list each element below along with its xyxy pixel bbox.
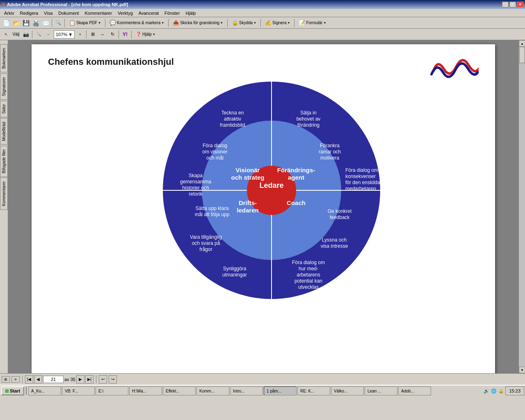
menu-dokument[interactable]: Dokument [56,10,81,16]
send-review-button[interactable]: 📤 Skicka för granskning ▼ [170,18,226,27]
pdf-page: Chefens kommunikationshjul [32,44,495,373]
taskbar-re-k[interactable]: RE: K... [297,386,330,395]
create-pdf-arrow: ▼ [98,21,101,24]
svg-text:attraktiv: attraktiv [224,116,241,122]
toolbar-separator-4 [168,19,169,27]
forms-button[interactable]: 📝 Formulär ▼ [296,18,329,27]
next-page-button[interactable]: ▶ [76,375,84,383]
tab-bifogade[interactable]: Bifogade filer [0,146,8,177]
zoom-minus[interactable]: − [44,30,53,39]
scroll-thumb[interactable] [519,47,525,63]
toolbar-2: ↖ Välj 📷 🔍 − 107% ▼ + ⊞ ↔ ↻ Y! ❓ Hjälp ▼ [0,29,525,40]
svg-text:mål att följa upp: mål att följa upp [195,212,230,217]
next-view-button[interactable]: ↪ [109,375,117,383]
sign-button[interactable]: ✍️ Signera ▼ [262,18,292,27]
camera-tool[interactable]: 📷 [21,30,30,39]
email-button[interactable]: ✉️ [41,18,50,27]
forms-label: Formulär [306,21,322,25]
find-button[interactable]: 🔍 [54,18,63,27]
minimize-button[interactable]: _ [502,2,509,7]
scroll-up-button[interactable]: ▲ [519,40,525,47]
scroll-track[interactable] [519,47,525,367]
tab-signaturer[interactable]: Signaturer [0,73,8,100]
prev-page-button[interactable]: ◀ [34,375,42,383]
svg-text:medarbetaren: medarbetaren [345,186,376,192]
taskbar-e[interactable]: E:\ [96,386,128,395]
cursor-tool[interactable]: ↖ [2,30,11,39]
start-button[interactable]: ⊞ Start [1,386,24,395]
last-page-button[interactable]: ▶| [85,375,94,383]
rotate-btn[interactable]: ↻ [108,30,117,39]
tray-icon-2: 🌐 [491,388,497,394]
toolbar-separator-5 [227,19,228,27]
protect-button[interactable]: 🔒 Skydda ▼ [229,18,259,27]
taskbar-effekt[interactable]: Effekt... [163,386,196,395]
system-tray: 🔊 🌐 🔒 15:23 [483,386,524,395]
menu-visa[interactable]: Visa [41,10,55,16]
clock: 15:23 [505,386,524,395]
menu-fonster[interactable]: Fönster [162,10,182,16]
menu-redigera[interactable]: Redigera [17,10,41,16]
menu-verktyg[interactable]: Verktyg [115,10,135,16]
zoom-out-btn[interactable]: 🔍 [34,30,43,39]
sign-label: Signera [272,21,286,25]
open-file-button[interactable]: 📂 [11,18,21,27]
create-pdf-label: Skapa PDF [76,21,97,25]
taskbar-intro[interactable]: Intro... [230,386,263,395]
taskbar-h-ma[interactable]: H:\Ma... [129,386,162,395]
zoom-dropdown[interactable]: 107% ▼ [54,30,75,39]
first-page-button[interactable]: |◀ [25,375,33,383]
svg-text:arbetarens: arbetarens [297,272,320,278]
send-review-label: Skicka för granskning [180,21,219,25]
save-file-button[interactable]: 💾 [21,18,30,27]
tab-modelltrad[interactable]: Modellträd [0,118,8,145]
fit-page[interactable]: ⊞ [88,30,97,39]
taskbar-1pam[interactable]: 1 påm... [264,386,297,395]
taskbar-adob[interactable]: Adob... [398,386,431,395]
scroll-down-button[interactable]: ▼ [519,367,525,373]
title-bar-controls[interactable]: _ □ ✕ [502,2,523,7]
print-button[interactable]: 🖨️ [31,18,40,27]
help-button[interactable]: ❓ Hjälp ▼ [133,30,158,39]
create-pdf-button[interactable]: 📋 Skapa PDF ▼ [66,18,103,27]
svg-text:Föra dialog om: Föra dialog om [345,167,378,173]
maximize-button[interactable]: □ [509,2,516,7]
close-button[interactable]: ✕ [517,2,523,7]
taskbar-a-ko[interactable]: A_Ko... [28,386,61,395]
new-file-button[interactable]: 📄 [2,18,11,27]
start-label: Start [10,388,20,393]
zoom-arrow: ▼ [68,32,73,37]
right-scrollbar: ▲ ▼ [518,40,525,373]
comment-mark-button[interactable]: 💬 Kommentera & markera ▼ [107,18,167,27]
menu-kommentarer[interactable]: Kommentarer [82,10,114,16]
status-sep2 [96,375,96,383]
taskbar-komm[interactable]: Komm... [196,386,229,395]
tab-kommentarer[interactable]: Kommentarer [0,178,8,210]
menu-avancerat[interactable]: Avancerat [136,10,161,16]
menu-hjalp[interactable]: Hjälp [183,10,198,16]
yahoo-icon[interactable]: Y! [121,30,130,39]
taskbar-vb[interactable]: VB: F... [62,386,95,395]
menu-arkiv[interactable]: Arkiv [2,10,16,16]
page-number-input[interactable] [43,376,64,383]
select-tool[interactable]: Välj [11,30,21,39]
comment-arrow: ▼ [161,21,164,24]
svg-text:Visionär: Visionär [236,167,260,173]
svg-text:Sälja in: Sälja in [300,110,316,116]
toolbar-separator-1 [52,19,52,27]
status-icon: ⊞ [2,376,10,383]
taskbar-valko[interactable]: Välko... [331,386,364,395]
tab-sidor[interactable]: Sidor [0,100,8,117]
taskbar-lean[interactable]: Lean ... [365,386,397,395]
zoom-plus[interactable]: + [75,30,84,39]
svg-text:utmaningar: utmaningar [222,272,247,278]
svg-text:och strateg: och strateg [231,174,265,181]
svg-text:Drifts-: Drifts- [239,199,257,206]
main-layout: Bokmarken Signaturer Sidor Modellträd Bi… [0,40,525,373]
svg-text:potential kan: potential kan [294,278,322,284]
svg-text:gemensamma: gemensamma [180,179,211,185]
prev-view-button[interactable]: ↩ [99,375,107,383]
fit-width[interactable]: ↔ [98,30,107,39]
taskbar-sep [26,387,27,395]
tab-bokmarken[interactable]: Bokmarken [0,44,8,73]
